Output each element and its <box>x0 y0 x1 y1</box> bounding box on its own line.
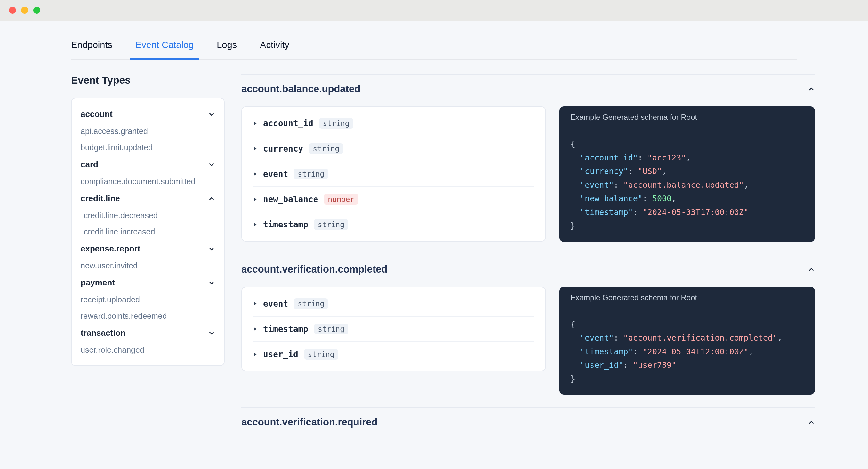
event-section: account.verification.required <box>241 408 815 452</box>
sidebar-item[interactable]: reward.points.redeemed <box>72 308 224 324</box>
sidebar-category-label: account <box>81 109 113 119</box>
event-section: account.balance.updatedaccount_idstringc… <box>241 75 815 255</box>
sidebar-category[interactable]: transaction <box>72 324 224 342</box>
schema-field-name: timestamp <box>263 220 308 229</box>
triangle-right-icon <box>253 352 257 356</box>
event-title: account.balance.updated <box>241 83 361 95</box>
sidebar-category-label: credit.line <box>81 194 120 203</box>
schema-field-row[interactable]: timestampstring <box>253 212 534 237</box>
event-header[interactable]: account.verification.completed <box>241 264 815 275</box>
schema-field-row[interactable]: account_idstring <box>253 111 534 136</box>
triangle-right-icon <box>253 197 257 201</box>
triangle-right-icon <box>253 223 257 227</box>
schema-field-type-badge: string <box>294 298 328 309</box>
triangle-right-icon <box>253 121 257 125</box>
schema-field-name: user_id <box>263 350 298 359</box>
schema-field-row[interactable]: currencystring <box>253 136 534 162</box>
example-panel: Example Generated schema for Root{ "acco… <box>559 106 815 242</box>
sidebar-category-label: expense.report <box>81 244 140 254</box>
tab-endpoints[interactable]: Endpoints <box>71 40 112 59</box>
schema-field-type-badge: string <box>314 324 348 334</box>
schema-field-type-badge: string <box>294 169 328 179</box>
sidebar-category[interactable]: account <box>72 106 224 123</box>
tab-event-catalog[interactable]: Event Catalog <box>135 40 194 59</box>
chevron-up-icon <box>808 419 815 426</box>
schema-field-row[interactable]: eventstring <box>253 291 534 317</box>
schema-field-name: timestamp <box>263 324 308 334</box>
sidebar-item[interactable]: new.user.invited <box>72 258 224 274</box>
triangle-right-icon <box>253 172 257 176</box>
schema-field-name: account_id <box>263 119 313 128</box>
event-body: account_idstringcurrencystringeventstrin… <box>241 106 815 242</box>
sidebar-item[interactable]: api.access.granted <box>72 123 224 139</box>
sidebar-item[interactable]: credit.line.decreased <box>72 207 224 224</box>
sidebar-category[interactable]: card <box>72 156 224 173</box>
chevron-down-icon <box>208 111 215 118</box>
schema-field-type-badge: string <box>319 118 353 129</box>
schema-card: account_idstringcurrencystringeventstrin… <box>241 106 546 241</box>
chevron-down-icon <box>208 330 215 337</box>
schema-field-type-badge: string <box>309 143 343 154</box>
event-detail-main: account.balance.updatedaccount_idstringc… <box>241 74 815 452</box>
chevron-down-icon <box>208 161 215 168</box>
schema-field-row[interactable]: eventstring <box>253 162 534 187</box>
sidebar-category[interactable]: payment <box>72 274 224 292</box>
schema-field-type-badge: string <box>314 219 348 230</box>
triangle-right-icon <box>253 302 257 305</box>
schema-field-name: event <box>263 169 288 179</box>
window-close-button[interactable] <box>9 7 16 14</box>
sidebar-item[interactable]: credit.line.increased <box>72 224 224 240</box>
schema-field-row[interactable]: user_idstring <box>253 342 534 367</box>
schema-field-name: new_balance <box>263 195 318 204</box>
chevron-up-icon <box>808 86 815 93</box>
window-maximize-button[interactable] <box>33 7 40 14</box>
event-title: account.verification.required <box>241 416 378 428</box>
tab-activity[interactable]: Activity <box>260 40 289 59</box>
sidebar-category-label: payment <box>81 278 115 288</box>
schema-card: eventstringtimestampstringuser_idstring <box>241 287 546 371</box>
schema-field-name: currency <box>263 144 303 153</box>
triangle-right-icon <box>253 147 257 151</box>
sidebar-category-label: transaction <box>81 328 125 338</box>
sidebar-category-label: card <box>81 159 98 170</box>
schema-field-type-badge: number <box>324 194 358 205</box>
schema-field-row[interactable]: new_balancenumber <box>253 187 534 212</box>
event-types-panel: accountapi.access.grantedbudget.limit.up… <box>71 98 225 366</box>
window-minimize-button[interactable] <box>21 7 28 14</box>
sidebar-item[interactable]: compliance.document.submitted <box>72 173 224 189</box>
sidebar-title: Event Types <box>71 74 225 86</box>
example-code: { "event": "account.verification.complet… <box>559 309 815 395</box>
chevron-down-icon <box>208 245 215 253</box>
main-tabs: Endpoints Event Catalog Logs Activity <box>71 40 797 60</box>
sidebar-item[interactable]: user.role.changed <box>72 342 224 358</box>
window-chrome <box>0 0 868 21</box>
tab-logs[interactable]: Logs <box>217 40 237 59</box>
chevron-down-icon <box>208 280 215 286</box>
sidebar-category[interactable]: credit.line <box>72 189 224 207</box>
event-body: eventstringtimestampstringuser_idstringE… <box>241 287 815 395</box>
example-panel: Example Generated schema for Root{ "even… <box>559 287 815 395</box>
event-title: account.verification.completed <box>241 264 388 275</box>
event-header[interactable]: account.balance.updated <box>241 83 815 95</box>
example-code: { "account_id": "acc123", "currency": "U… <box>559 128 815 242</box>
sidebar-category[interactable]: expense.report <box>72 240 224 258</box>
sidebar-item[interactable]: receipt.uploaded <box>72 292 224 308</box>
triangle-right-icon <box>253 327 257 331</box>
sidebar-item[interactable]: budget.limit.updated <box>72 139 224 156</box>
schema-field-type-badge: string <box>304 349 338 360</box>
schema-field-name: event <box>263 299 288 309</box>
chevron-up-icon <box>208 195 215 202</box>
example-header: Example Generated schema for Root <box>559 106 815 128</box>
event-section: account.verification.completedeventstrin… <box>241 255 815 408</box>
event-header[interactable]: account.verification.required <box>241 416 815 428</box>
schema-field-row[interactable]: timestampstring <box>253 317 534 342</box>
example-header: Example Generated schema for Root <box>559 287 815 309</box>
chevron-up-icon <box>808 266 815 273</box>
